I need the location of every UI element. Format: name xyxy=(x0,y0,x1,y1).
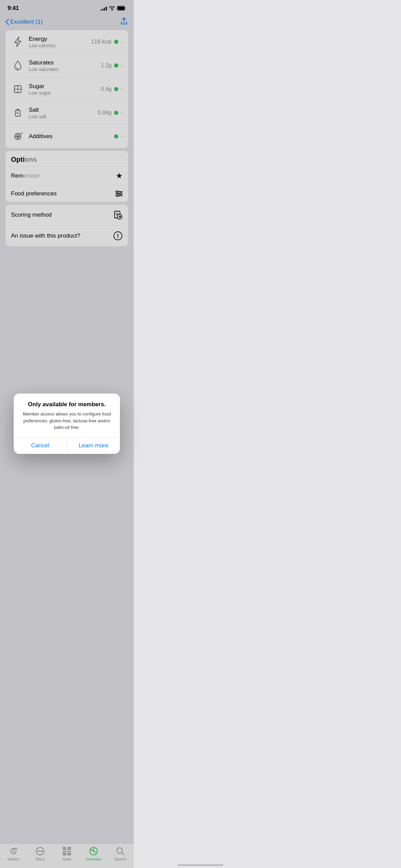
modal-overlay: Only available for members. Member acces… xyxy=(0,0,134,290)
